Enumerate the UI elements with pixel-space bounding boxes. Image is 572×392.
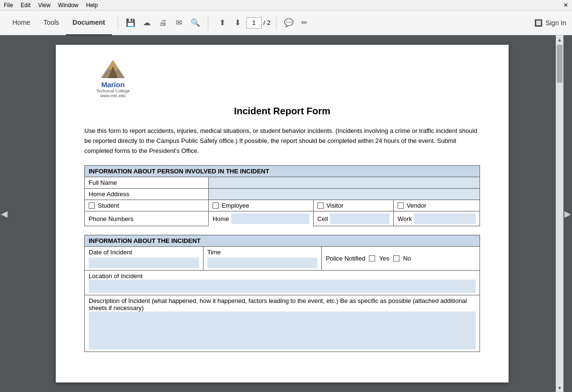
sign-in-button[interactable]: 🔲 Sign In bbox=[534, 19, 566, 27]
location-input[interactable] bbox=[89, 280, 476, 293]
work-phone-cell: Work bbox=[394, 211, 480, 226]
person-info-table: INFORMATION ABOUT PERSON INVOLVED IN THE… bbox=[84, 165, 480, 226]
form-title: Incident Report Form bbox=[84, 106, 480, 117]
full-name-label: Full Name bbox=[85, 177, 209, 189]
description-label: Description of Incident (what happened, … bbox=[89, 297, 476, 312]
vendor-label: Vendor bbox=[407, 202, 426, 209]
scroll-up-arrow[interactable]: ▲ bbox=[556, 36, 563, 43]
left-panel-arrow[interactable]: ◀ bbox=[0, 35, 9, 392]
save-icon[interactable]: 💾 bbox=[124, 16, 137, 30]
time-cell: Time bbox=[203, 247, 322, 271]
toolbar-nav: Home Tools Document bbox=[6, 10, 112, 35]
document-page: Marion Technical College www.mtc.edu Inc… bbox=[56, 45, 509, 382]
sign-in-box-icon: 🔲 bbox=[534, 19, 542, 27]
menu-view[interactable]: View bbox=[38, 2, 51, 9]
logo-subtitle: Technical College bbox=[96, 89, 130, 93]
toolbar: Home Tools Document 💾 ☁ 🖨 ✉ 🔍 ⬆ ⬇ / 2 💬 … bbox=[0, 10, 572, 35]
logo-name: Marion bbox=[101, 80, 124, 89]
page-total: 2 bbox=[267, 19, 270, 26]
sign-in-label: Sign In bbox=[545, 19, 566, 27]
police-cell: Police Notified Yes No bbox=[322, 247, 480, 271]
student-checkbox-cell: Student bbox=[85, 200, 209, 211]
date-cell: Date of Incident bbox=[85, 247, 204, 271]
tab-home[interactable]: Home bbox=[6, 10, 37, 35]
toolbar-divider bbox=[118, 16, 118, 30]
visitor-label: Visitor bbox=[327, 202, 344, 209]
scroll-down-icon[interactable]: ⬇ bbox=[231, 16, 245, 30]
scroll-up-icon[interactable]: ⬆ bbox=[216, 16, 229, 30]
vendor-checkbox[interactable] bbox=[398, 202, 404, 209]
logo-mountain-icon bbox=[99, 59, 127, 80]
time-label: Time bbox=[207, 249, 318, 256]
logo-area: Marion Technical College www.mtc.edu bbox=[84, 59, 480, 98]
intro-text: Use this form to report accidents, injur… bbox=[84, 126, 480, 156]
home-label: Home bbox=[213, 215, 229, 222]
location-label: Location of Incident bbox=[89, 272, 476, 280]
cell-phone-input[interactable] bbox=[330, 213, 389, 224]
section2-header: INFORMATION ABOUT THE INCIDENT bbox=[85, 235, 480, 247]
logo-box: Marion Technical College www.mtc.edu bbox=[84, 59, 142, 98]
home-address-label: Home Address bbox=[85, 189, 209, 200]
full-name-input[interactable] bbox=[208, 177, 480, 189]
close-icon[interactable]: ✕ bbox=[563, 2, 568, 9]
date-input[interactable] bbox=[89, 258, 199, 268]
page-navigation: ⬆ ⬇ / 2 bbox=[216, 16, 271, 30]
search-icon[interactable]: 🔍 bbox=[189, 16, 202, 30]
main-layout: ◀ Marion Technical College www.mtc.edu bbox=[0, 35, 572, 392]
menu-file[interactable]: File bbox=[4, 2, 13, 9]
menu-bar: File Edit View Window Help bbox=[4, 2, 98, 9]
employee-checkbox[interactable] bbox=[213, 202, 219, 209]
visitor-checkbox[interactable] bbox=[317, 202, 324, 209]
toolbar-divider-2 bbox=[208, 16, 208, 30]
window-title-bar: File Edit View Window Help ✕ bbox=[0, 0, 572, 10]
logo-url: www.mtc.edu bbox=[100, 93, 126, 98]
print-icon[interactable]: 🖨 bbox=[156, 16, 170, 30]
page-number-input[interactable] bbox=[246, 17, 262, 29]
upload-icon[interactable]: ☁ bbox=[140, 16, 153, 30]
scroll-down-arrow[interactable]: ▼ bbox=[556, 384, 563, 391]
no-label: No bbox=[403, 255, 411, 262]
visitor-checkbox-cell: Visitor bbox=[313, 200, 393, 211]
tab-document[interactable]: Document bbox=[66, 10, 112, 35]
home-address-input[interactable] bbox=[208, 189, 480, 200]
location-row: Location of Incident bbox=[85, 271, 480, 295]
student-checkbox[interactable] bbox=[89, 202, 95, 209]
cell-phone-cell: Cell bbox=[313, 211, 393, 226]
menu-help[interactable]: Help bbox=[86, 2, 98, 9]
comment-icon[interactable]: 💬 bbox=[282, 16, 296, 30]
police-notified-label: Police Notified bbox=[326, 255, 365, 262]
description-row: Description of Incident (what happened, … bbox=[85, 295, 480, 352]
right-panel-arrow[interactable]: ▶ bbox=[563, 35, 572, 392]
scrollbar[interactable]: ▲ ▼ bbox=[556, 35, 563, 392]
toolbar-divider-3 bbox=[276, 16, 276, 30]
incident-info-table: INFORMATION ABOUT THE INCIDENT Date of I… bbox=[84, 235, 480, 352]
time-input[interactable] bbox=[207, 258, 318, 268]
phone-numbers-label: Phone Numbers bbox=[85, 211, 209, 226]
police-no-checkbox[interactable] bbox=[393, 255, 399, 261]
page-separator: / bbox=[264, 19, 266, 26]
student-label: Student bbox=[98, 202, 119, 209]
work-label: Work bbox=[398, 215, 412, 222]
date-label: Date of Incident bbox=[89, 249, 199, 256]
document-area: Marion Technical College www.mtc.edu Inc… bbox=[9, 35, 556, 392]
cell-label: Cell bbox=[317, 215, 328, 222]
vendor-checkbox-cell: Vendor bbox=[394, 200, 480, 211]
toolbar-icons: 💾 ☁ 🖨 ✉ 🔍 bbox=[124, 16, 202, 30]
home-phone-input[interactable] bbox=[231, 213, 309, 224]
pen-icon[interactable]: ✏ bbox=[297, 16, 311, 30]
tab-tools[interactable]: Tools bbox=[37, 10, 66, 35]
section1-header: INFORMATION ABOUT PERSON INVOLVED IN THE… bbox=[85, 166, 480, 177]
work-phone-input[interactable] bbox=[414, 213, 476, 224]
yes-label: Yes bbox=[379, 255, 389, 262]
employee-checkbox-cell: Employee bbox=[208, 200, 313, 211]
employee-label: Employee bbox=[222, 202, 249, 209]
menu-window[interactable]: Window bbox=[58, 2, 79, 9]
mail-icon[interactable]: ✉ bbox=[173, 16, 186, 30]
scrollbar-thumb[interactable] bbox=[557, 45, 562, 83]
home-phone-cell: Home bbox=[209, 211, 313, 226]
description-input[interactable] bbox=[89, 312, 476, 350]
police-yes-checkbox[interactable] bbox=[369, 255, 375, 261]
menu-edit[interactable]: Edit bbox=[20, 2, 31, 9]
